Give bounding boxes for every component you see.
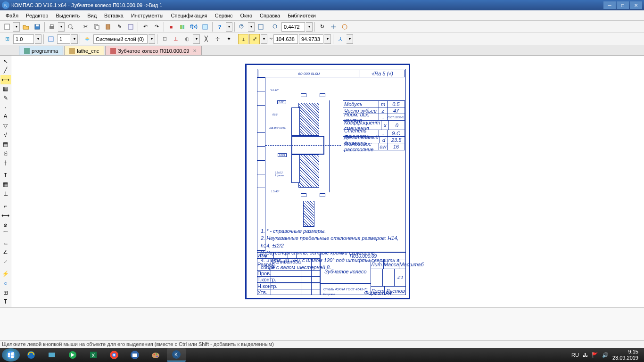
help-dropdown[interactable]: ▾ <box>226 22 232 32</box>
tray-network-icon[interactable]: 🖧 <box>583 352 588 358</box>
coord-x-input[interactable] <box>273 34 298 44</box>
brush-button[interactable]: ✎ <box>114 22 124 32</box>
xyz-dropdown[interactable]: ▾ <box>347 34 353 44</box>
tool-symbol[interactable]: ▽ <box>0 121 11 131</box>
library-button[interactable] <box>177 22 188 32</box>
undo-button[interactable]: ↶ <box>140 22 150 32</box>
stop-button[interactable]: ■ <box>166 22 176 32</box>
menu-service[interactable]: Сервис <box>211 12 237 19</box>
zoom-in-button[interactable]: + <box>237 22 247 32</box>
tool-ucs[interactable]: ⌙ <box>0 239 11 248</box>
print-dropdown[interactable]: ▾ <box>58 22 65 32</box>
tool-measure[interactable]: ⟊ <box>0 158 11 167</box>
view-button[interactable] <box>46 34 56 44</box>
tool-linear[interactable]: ⟷ <box>0 211 11 220</box>
tool-circle[interactable]: ○ <box>0 279 11 288</box>
step-dropdown[interactable]: ▾ <box>71 34 78 44</box>
tab-lathe[interactable]: lathe_cnc <box>64 46 104 55</box>
task-ie[interactable] <box>22 348 41 362</box>
task-mail[interactable] <box>125 348 144 362</box>
round-toggle[interactable]: ◐ <box>182 34 192 44</box>
preview-button[interactable] <box>66 22 76 32</box>
zoom-input[interactable] <box>281 22 305 32</box>
coord-y-input[interactable] <box>299 34 323 44</box>
help-button[interactable]: ? <box>215 22 225 32</box>
xyz-button[interactable] <box>335 34 346 44</box>
start-button[interactable] <box>2 348 20 362</box>
tool-grid[interactable]: ⊞ <box>0 288 11 297</box>
tool-axis[interactable]: ⊥ <box>0 189 11 198</box>
coord-x-toggle[interactable]: ⟂ <box>238 34 248 44</box>
task-excel[interactable]: X <box>84 348 103 362</box>
zoom-fit-button[interactable] <box>256 22 266 32</box>
zoom-scale-button[interactable] <box>270 22 281 32</box>
tool-dim[interactable]: ⟷ <box>0 75 11 84</box>
redraw-button[interactable]: ↻ <box>317 22 327 32</box>
tool-hatch[interactable]: ▦ <box>0 84 11 94</box>
menu-help[interactable]: Справка <box>256 12 284 19</box>
tray-flag-icon[interactable]: 🚩 <box>592 352 598 358</box>
snap-mode-1[interactable]: ╳ <box>201 34 211 44</box>
menu-insert[interactable]: Вставка <box>100 12 127 19</box>
layer-input[interactable] <box>93 34 148 44</box>
layer-dropdown[interactable]: ▾ <box>149 34 155 44</box>
tray-lang[interactable]: RU <box>571 352 579 358</box>
variables-button[interactable] <box>200 22 210 32</box>
tool-text[interactable]: A <box>0 112 11 121</box>
drawing-canvas[interactable]: 60 000 0L0U √Ra 5 (√) °14 <box>11 56 644 307</box>
save-button[interactable] <box>32 22 42 32</box>
paste-button[interactable] <box>103 22 113 32</box>
menu-select[interactable]: Выделить <box>52 12 83 19</box>
tab-programma[interactable]: programma <box>19 46 63 55</box>
zoom-dropdown[interactable]: ▾ <box>248 22 255 32</box>
coord-y-toggle[interactable]: ⤢ <box>249 34 260 44</box>
tool-arc[interactable]: ⌒ <box>0 229 11 239</box>
maximize-button[interactable]: □ <box>617 1 629 9</box>
tab-close-icon[interactable]: ✕ <box>193 48 197 53</box>
menu-edit[interactable]: Редактор <box>22 12 52 19</box>
orbit-button[interactable] <box>339 22 350 32</box>
round-dropdown[interactable]: ▾ <box>193 34 200 44</box>
menu-tools[interactable]: Инструменты <box>127 12 167 19</box>
snap-button[interactable]: ⊞ <box>2 34 12 44</box>
new-button[interactable] <box>2 22 12 32</box>
task-kompas[interactable]: K <box>167 348 186 362</box>
copy-button[interactable] <box>91 22 102 32</box>
print-button[interactable] <box>47 22 57 32</box>
task-chrome[interactable] <box>105 348 124 362</box>
grid-toggle[interactable]: ⊡ <box>159 34 170 44</box>
task-media[interactable] <box>63 348 82 362</box>
cut-button[interactable]: ✂ <box>80 22 91 32</box>
tool-point[interactable]: · <box>0 103 11 112</box>
menu-libraries[interactable]: Библиотеки <box>284 12 320 19</box>
new-dropdown[interactable]: ▾ <box>13 22 20 32</box>
tool-select[interactable]: ↖ <box>0 57 11 66</box>
tool-spec[interactable]: ▦ <box>0 180 11 189</box>
tool-chain[interactable]: ⌐ <box>0 202 11 211</box>
tool-line[interactable]: ╱ <box>0 66 11 75</box>
step-input[interactable] <box>57 34 70 44</box>
tool-copy[interactable]: ⎘ <box>0 149 11 158</box>
pan-button[interactable] <box>328 22 339 32</box>
tool-label[interactable]: T <box>0 297 11 306</box>
redo-button[interactable]: ↷ <box>151 22 162 32</box>
close-button[interactable]: ✕ <box>630 1 642 9</box>
coord-dropdown[interactable]: ▾ <box>261 34 267 44</box>
tool-bolt[interactable]: ⚡ <box>0 270 11 279</box>
menu-view[interactable]: Вид <box>83 12 100 19</box>
scale-dropdown[interactable]: ▾ <box>35 34 41 44</box>
tray-sound-icon[interactable]: 🔊 <box>602 352 609 358</box>
tray-clock[interactable]: 9:15 23.09.2019 <box>612 349 638 361</box>
tool-rough[interactable]: √ <box>0 131 11 140</box>
tool-angle[interactable]: ∠ <box>0 247 11 257</box>
tool-text2[interactable]: T <box>0 171 11 180</box>
tab-gear[interactable]: Зубчатое колесо П010.000.09✕ <box>105 46 202 55</box>
snap-mode-3[interactable]: ✦ <box>223 34 234 44</box>
open-button[interactable] <box>21 22 31 32</box>
snap-mode-2[interactable]: ⊹ <box>212 34 223 44</box>
layer-button[interactable] <box>82 34 92 44</box>
task-files[interactable] <box>42 348 61 362</box>
tool-radius[interactable]: ⟋ <box>0 257 11 266</box>
fx-button[interactable]: f(x) <box>189 22 199 32</box>
tool-diam[interactable]: ⌀ <box>0 220 11 230</box>
